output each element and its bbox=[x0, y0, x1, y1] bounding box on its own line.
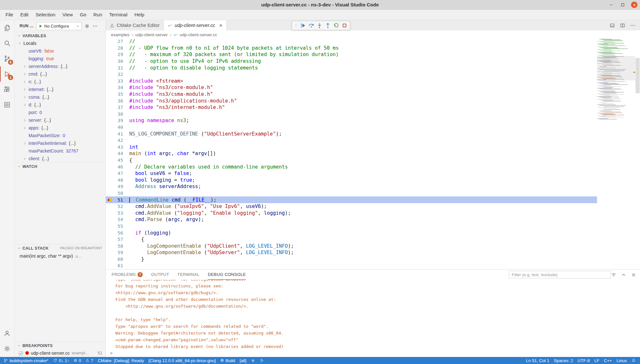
code-line-61[interactable]: 61 bbox=[106, 262, 597, 269]
menu-selection[interactable]: Selection bbox=[32, 11, 59, 19]
menu-run[interactable]: Run bbox=[90, 11, 106, 19]
activity-settings[interactable] bbox=[0, 341, 14, 356]
split-editor-button[interactable] bbox=[620, 22, 625, 28]
restart-button[interactable] bbox=[332, 21, 340, 30]
gutter-56[interactable]: 56 bbox=[106, 229, 129, 236]
gutter-36[interactable]: 36 bbox=[106, 97, 129, 104]
code-line-47[interactable]: 47 bool useV6 = false; bbox=[106, 170, 597, 177]
step-over-button[interactable] bbox=[307, 21, 315, 30]
gutter-48[interactable]: 48 bbox=[106, 177, 129, 183]
activity-search[interactable] bbox=[0, 36, 14, 51]
status-encoding[interactable]: UTF-8 bbox=[575, 357, 592, 364]
activity-account[interactable] bbox=[0, 326, 14, 341]
variable-logging[interactable]: logging:true bbox=[14, 55, 105, 62]
minimize-button[interactable] bbox=[608, 2, 614, 8]
code-line-60[interactable]: 60 } bbox=[106, 256, 597, 263]
code-line-40[interactable]: 40 bbox=[106, 124, 597, 131]
variable-interPacketInterval[interactable]: interPacketInterval:{...} bbox=[14, 139, 105, 147]
debug-console-output[interactable]: Type "show configuration" for configurat… bbox=[106, 280, 640, 350]
code-line-49[interactable]: 49 Address serverAddress; bbox=[106, 183, 597, 190]
code-line-34[interactable]: 34#include "ns3/core-module.h" bbox=[106, 84, 597, 91]
code-line-55[interactable]: 55 bbox=[106, 223, 597, 230]
gutter-52[interactable]: 52 bbox=[106, 203, 129, 210]
gutter-60[interactable]: 60 bbox=[106, 256, 129, 263]
menu-go[interactable]: Go bbox=[76, 11, 90, 19]
status-notifications[interactable] bbox=[629, 357, 638, 364]
code-line-29[interactable]: 29// - maximum of 320 packets sent (or l… bbox=[106, 51, 597, 58]
status-warnings[interactable]: ⚠7 bbox=[83, 357, 96, 364]
code-line-46[interactable]: 46 // Declare variables used in command-… bbox=[106, 163, 597, 170]
maximize-button[interactable] bbox=[619, 2, 626, 8]
code-line-53[interactable]: 53 cmd.AddValue ("logging", "Enable logg… bbox=[106, 210, 597, 216]
status-build-target[interactable]: [all] bbox=[237, 357, 248, 364]
panel-tab-terminal[interactable]: TERMINAL bbox=[177, 270, 199, 280]
variable-port[interactable]: port:0 bbox=[14, 109, 105, 116]
activity-extensions[interactable] bbox=[0, 82, 14, 97]
toolbar-grip-icon[interactable] bbox=[293, 21, 299, 30]
gutter-27[interactable]: 27 bbox=[106, 38, 129, 45]
breadcrumb-item[interactable]: C++udp-client-server.cc bbox=[173, 32, 217, 37]
tab-cmake-cache-editor[interactable]: CMake Cache Editor bbox=[106, 20, 164, 30]
breadcrumb-item[interactable]: udp-client-server bbox=[135, 32, 168, 37]
gutter-35[interactable]: 35 bbox=[106, 91, 129, 98]
breakpoint-checkbox[interactable] bbox=[18, 351, 23, 356]
step-out-button[interactable] bbox=[324, 21, 332, 30]
gutter-31[interactable]: 31 bbox=[106, 64, 129, 71]
menu-view[interactable]: View bbox=[59, 11, 76, 19]
code-line-45[interactable]: 45{ bbox=[106, 157, 597, 164]
code-line-33[interactable]: 33#include <fstream> bbox=[106, 78, 597, 85]
gutter-57[interactable]: 57 bbox=[106, 236, 129, 243]
status-git-branch[interactable]: buildsystem-cmake* bbox=[1, 357, 51, 364]
code-line-37[interactable]: 37#include "ns3/internet-module.h" bbox=[106, 104, 597, 111]
code-line-57[interactable]: 57 { bbox=[106, 236, 597, 243]
gutter-43[interactable]: 43 bbox=[106, 144, 129, 151]
code-line-32[interactable]: 32 bbox=[106, 71, 597, 78]
code-line-58[interactable]: 58 LogComponentEnable ("UdpClient", LOG_… bbox=[106, 243, 597, 249]
tab-udp-client-server[interactable]: C++udp-client-server.cc× bbox=[164, 20, 227, 30]
gutter-41[interactable]: 41 bbox=[106, 130, 129, 137]
gutter-54[interactable]: 54 bbox=[106, 216, 129, 223]
code-line-30[interactable]: 30// - option to use IPv4 or IPv6 addres… bbox=[106, 58, 597, 65]
gutter-58[interactable]: 58 bbox=[106, 243, 129, 249]
gutter-59[interactable]: 59 bbox=[106, 249, 129, 256]
code-line-28[interactable]: 28// - UDP flow from n0 to n1 of 1024 by… bbox=[106, 45, 597, 52]
gutter-44[interactable]: 44 bbox=[106, 150, 129, 157]
stop-button[interactable] bbox=[340, 21, 349, 30]
variable-client[interactable]: client:{...} bbox=[14, 155, 105, 162]
variable-d[interactable]: d:{...} bbox=[14, 101, 105, 109]
toggle-panel-button[interactable] bbox=[610, 22, 615, 28]
activity-explorer[interactable] bbox=[0, 20, 14, 36]
gutter-34[interactable]: 34 bbox=[106, 84, 129, 91]
gutter-53[interactable]: 53 bbox=[106, 210, 129, 216]
breakpoint-item[interactable]: udp-client-server.cc exampl… 51 bbox=[14, 349, 105, 357]
status-run-launch[interactable] bbox=[257, 357, 266, 364]
code-line-54[interactable]: 54 cmd.Parse (argc, argv); bbox=[106, 216, 597, 223]
debug-config-dropdown[interactable]: No Configura bbox=[36, 22, 82, 30]
close-tab-icon[interactable]: × bbox=[219, 23, 223, 28]
scope-locals[interactable]: Locals bbox=[14, 39, 105, 47]
gutter-33[interactable]: 33 bbox=[106, 78, 129, 85]
gutter-40[interactable]: 40 bbox=[106, 124, 129, 131]
code-line-56[interactable]: 56 if (logging) bbox=[106, 229, 597, 236]
gutter-49[interactable]: 49 bbox=[106, 183, 129, 190]
section-breakpoints[interactable]: BREAKPOINTS bbox=[14, 342, 105, 349]
code-line-38[interactable]: 38 bbox=[106, 111, 597, 118]
gutter-55[interactable]: 55 bbox=[106, 223, 129, 230]
code-line-41[interactable]: 41NS_LOG_COMPONENT_DEFINE ("UdpClientSer… bbox=[106, 130, 597, 137]
activity-source-control[interactable]: 6 bbox=[0, 51, 14, 66]
close-panel-button[interactable] bbox=[631, 272, 636, 277]
status-sync-changes[interactable]: 0↓ 1↑ bbox=[51, 357, 72, 364]
gutter-30[interactable]: 30 bbox=[106, 58, 129, 65]
gutter-39[interactable]: 39 bbox=[106, 117, 129, 124]
gutter-47[interactable]: 47 bbox=[106, 170, 129, 177]
variable-MaxPacketSize[interactable]: MaxPacketSize:0 bbox=[14, 132, 105, 139]
activity-run-and-debug[interactable]: 1 bbox=[0, 66, 14, 82]
status-cursor-position[interactable]: Ln 51, Col 1 bbox=[524, 357, 552, 364]
variable-serverAddress[interactable]: serverAddress:{...} bbox=[14, 62, 105, 70]
code-line-59[interactable]: 59 LogComponentEnable ("UdpServer", LOG_… bbox=[106, 249, 597, 256]
status-build[interactable]: ⚙Build bbox=[218, 357, 237, 364]
variable-n[interactable]: n:{...} bbox=[14, 78, 105, 86]
panel-tab-output[interactable]: OUTPUT bbox=[151, 270, 169, 280]
gutter-51[interactable]: 51 bbox=[106, 196, 129, 203]
continue-button[interactable] bbox=[299, 21, 307, 30]
